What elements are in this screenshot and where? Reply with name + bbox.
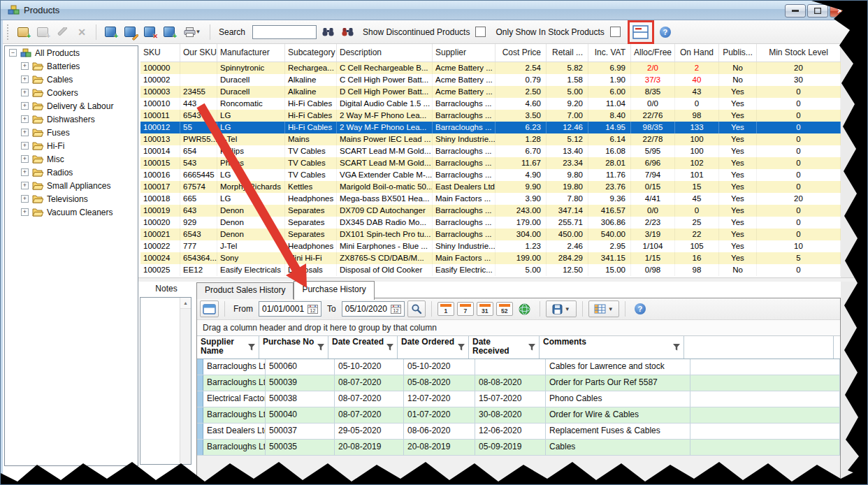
cell-our_sku[interactable]: 6543 — [180, 110, 217, 122]
expand-icon[interactable]: + — [21, 102, 29, 110]
cell-alloc_free[interactable]: 7/94 — [631, 169, 675, 181]
range-52-week-button[interactable]: 52 — [496, 302, 513, 316]
purchase-cell-date_ordered[interactable]: 08-06-2020 — [404, 424, 475, 439]
cell-published[interactable]: Yes — [719, 133, 757, 145]
cell-description[interactable]: SCART Lead M-M Gold... — [337, 157, 433, 169]
cell-description[interactable]: 2 Way M-F Phono Lea... — [337, 122, 433, 133]
cell-cost_price[interactable]: 6.70 — [496, 145, 547, 157]
cell-supplier[interactable]: Shiny Industrie... — [433, 133, 496, 145]
filter-funnel-icon[interactable] — [317, 343, 325, 352]
cell-supplier[interactable]: Acme Battery ... — [433, 74, 496, 86]
cell-alloc_free[interactable]: 5/95 — [631, 145, 675, 157]
expand-icon[interactable]: + — [21, 168, 29, 176]
cell-our_sku[interactable]: 654364... — [180, 252, 217, 264]
cell-manufacturer[interactable]: Morphy Richards — [217, 181, 285, 193]
history-help-button[interactable]: ? — [631, 301, 649, 317]
cell-retail[interactable]: 12.50 — [547, 264, 588, 276]
collapse-icon[interactable]: − — [9, 49, 17, 57]
cell-subcategory[interactable]: Alkaline — [285, 86, 337, 98]
show-discontinued-checkbox[interactable] — [475, 27, 486, 37]
cell-min_stock[interactable]: 0 — [757, 217, 841, 229]
cell-cost_price[interactable]: 5.00 — [496, 264, 547, 276]
purchase-cell-filler[interactable] — [690, 440, 840, 455]
cell-sku[interactable]: 100013 — [140, 133, 180, 145]
cell-subcategory[interactable]: Hi-Fi Cables — [285, 98, 337, 110]
cell-on_hand[interactable]: 133 — [675, 122, 719, 133]
cell-supplier[interactable]: East Dealers Ltd — [433, 181, 496, 193]
cell-cost_price[interactable]: 3.50 — [496, 110, 547, 122]
tree-item-vacuum-cleaners[interactable]: +Vacuum Cleaners — [5, 205, 138, 219]
cell-sku[interactable]: 100010 — [140, 98, 180, 110]
cell-published[interactable]: Yes — [719, 229, 757, 240]
cell-manufacturer[interactable]: Denon — [217, 217, 285, 229]
cell-description[interactable]: Mega-bass BX501 Hea... — [337, 193, 433, 205]
db-duplicate-button[interactable]: + — [161, 24, 178, 41]
cell-retail[interactable]: 450.00 — [547, 229, 588, 240]
columns-button[interactable]: ▼ — [588, 301, 619, 317]
find-next-binoculars-icon[interactable] — [339, 24, 356, 41]
minimize-button[interactable] — [785, 4, 806, 17]
cell-cost_price[interactable]: 11.67 — [496, 157, 547, 169]
cell-sku[interactable]: 100002 — [140, 74, 180, 86]
expand-icon[interactable]: + — [21, 142, 29, 150]
cell-sku[interactable]: 100021 — [140, 229, 180, 240]
purchase-cell-date_ordered[interactable]: 05-10-2020 — [404, 359, 475, 375]
vertical-scrollbar-area[interactable] — [841, 44, 868, 485]
find-binoculars-icon[interactable] — [319, 24, 336, 41]
scroll-up-icon[interactable]: ▲ — [180, 298, 191, 309]
edit-product-button[interactable] — [54, 24, 71, 41]
cell-manufacturer[interactable]: J-Tel — [217, 133, 285, 145]
cell-supplier[interactable]: Barracloughs ... — [433, 229, 496, 240]
cell-on_hand[interactable]: 16 — [675, 252, 719, 264]
cell-our_sku[interactable]: 665 — [180, 193, 217, 205]
column-header-sku[interactable]: SKU — [140, 44, 180, 61]
purchase-cell-filler[interactable] — [690, 375, 840, 391]
column-header-subcategory[interactable]: Subcategory — [285, 44, 337, 61]
cell-published[interactable]: Yes — [719, 110, 757, 122]
cell-cost_price[interactable]: 2.54 — [496, 62, 547, 74]
filter-funnel-icon[interactable] — [386, 343, 394, 352]
cell-manufacturer[interactable]: Philips — [217, 145, 285, 157]
column-header-inc_vat[interactable]: Inc. VAT — [588, 44, 631, 61]
cell-min_stock[interactable]: 0 — [757, 157, 841, 169]
cell-inc_vat[interactable]: 16.08 — [588, 145, 631, 157]
cell-alloc_free[interactable]: 4/41 — [631, 193, 675, 205]
cell-on_hand[interactable]: 102 — [675, 157, 719, 169]
copy-product-button[interactable]: + — [34, 24, 51, 41]
cell-sku[interactable]: 100020 — [140, 217, 180, 229]
cell-min_stock[interactable]: 0 — [757, 169, 841, 181]
cell-inc_vat[interactable]: 1.90 — [588, 74, 631, 86]
cell-subcategory[interactable]: Separates — [285, 229, 337, 240]
cell-description[interactable]: C Cell Rechargeable B... — [337, 62, 433, 74]
cell-our_sku[interactable]: 55 — [180, 122, 217, 133]
cell-sku[interactable]: 100012 — [140, 122, 180, 133]
cell-published[interactable]: Yes — [719, 205, 757, 217]
purchase-cell-date_ordered[interactable]: 05-08-2020 — [404, 375, 475, 391]
cell-inc_vat[interactable]: 2.95 — [588, 240, 631, 252]
tab-purchase-history[interactable]: Purchase History — [294, 281, 374, 300]
cell-published[interactable]: No — [719, 264, 757, 276]
cell-retail[interactable]: 19.80 — [547, 181, 588, 193]
cell-cost_price[interactable]: 4.90 — [496, 169, 547, 181]
cell-sku[interactable]: 100019 — [140, 205, 180, 217]
purchase-column-header-date_created[interactable]: Date Created — [328, 336, 398, 359]
cell-alloc_free[interactable]: 0/15 — [631, 181, 675, 193]
cell-retail[interactable]: 5.12 — [547, 133, 588, 145]
purchase-cell-purchase_no[interactable]: 500040 — [266, 407, 335, 423]
cell-alloc_free[interactable]: 2/0 — [631, 62, 675, 74]
purchase-cell-supplier[interactable]: Barracloughs Ltd — [203, 375, 266, 391]
tree-item-fuses[interactable]: +Fuses — [5, 126, 138, 139]
cell-min_stock[interactable]: 0 — [757, 229, 841, 240]
purchase-cell-date_received[interactable] — [475, 359, 546, 375]
cell-cost_price[interactable]: 243.00 — [496, 205, 547, 217]
purchase-cell-comments[interactable]: Phono Cables — [546, 391, 690, 407]
purchase-cell-purchase_no[interactable]: 500060 — [266, 359, 335, 375]
purchase-cell-supplier[interactable]: Electrical Factors — [203, 391, 266, 407]
purchase-column-header-comments[interactable]: Comments — [540, 336, 684, 359]
purchase-cell-date_received[interactable]: 05-09-2019 — [475, 440, 546, 455]
range-7-day-button[interactable]: 7 — [457, 302, 474, 316]
split-view-button[interactable] — [632, 25, 649, 39]
cell-published[interactable]: Yes — [719, 86, 757, 98]
purchase-cell-date_created[interactable]: 08-07-2020 — [335, 375, 404, 391]
product-row-100003[interactable]: 10000323455DuracellAlkalineD Cell High P… — [140, 86, 841, 98]
